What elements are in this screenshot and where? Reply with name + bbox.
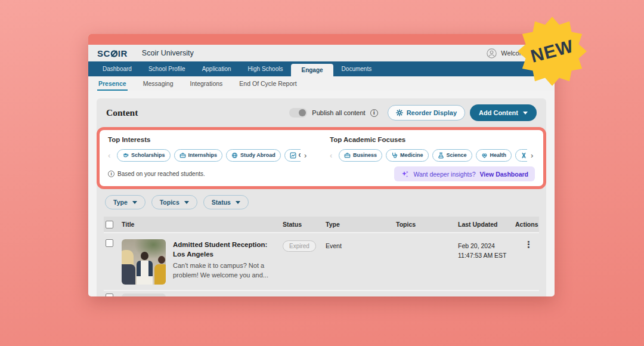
row-last-updated: Feb 20, 2024 11:47:53 AM EST: [458, 239, 515, 261]
focus-chip-scroller: BusinessMedicineScienceHealthBiology: [339, 148, 527, 162]
scoir-logo: SC IR: [97, 48, 128, 58]
chip-business[interactable]: Business: [339, 149, 382, 162]
briefcase-icon: [179, 152, 186, 159]
heart-pulse-icon: [481, 152, 488, 159]
insights-footnote: i Based on your reached students.: [108, 171, 205, 177]
chip-health[interactable]: Health: [476, 149, 512, 162]
row-type: Event: [326, 239, 396, 249]
add-content-button[interactable]: Add Content: [470, 104, 537, 121]
table-row-partial: [104, 291, 539, 296]
top-interests-section: Top Interests ‹ ScholarshipsInternshipsS…: [100, 135, 321, 162]
subnav-tab-end-of-cycle-report[interactable]: End Of Cycle Report: [239, 76, 296, 91]
dna-icon: [521, 152, 527, 159]
interest-chip-scroller: ScholarshipsInternshipsStudy AbroadCaree…: [117, 148, 301, 162]
select-all-checkbox[interactable]: [106, 221, 113, 228]
footnote-text: Based on your reached students.: [117, 171, 205, 177]
row-thumbnail: [122, 239, 166, 285]
column-header-title: Title: [122, 221, 283, 228]
nav-tab-application[interactable]: Application: [194, 61, 240, 76]
logo-text-prefix: SC: [97, 48, 110, 58]
avatar-icon: [487, 48, 497, 58]
new-badge: NEW: [516, 16, 588, 87]
row-actions-menu[interactable]: ⋮: [524, 239, 533, 249]
nav-tab-engage[interactable]: Engage: [291, 64, 333, 76]
caret-down-icon: [184, 201, 189, 204]
gear-icon: [396, 109, 403, 116]
chip-study-abroad[interactable]: Study Abroad: [226, 149, 281, 162]
caret-down-icon: [236, 201, 240, 204]
publish-all-toggle[interactable]: [289, 108, 307, 118]
row-topics: [396, 239, 458, 242]
nav-tab-school-profile[interactable]: School Profile: [140, 61, 194, 76]
secondary-nav: PresenceMessagingIntegrationsEnd Of Cycl…: [88, 76, 555, 91]
scroll-right-icon[interactable]: ›: [304, 152, 309, 159]
logo-text-suffix: IR: [118, 48, 128, 58]
school-name: Scoir University: [142, 49, 194, 57]
info-icon: i: [108, 171, 114, 177]
table-row: Admitted Student Reception: Los Angeles …: [104, 233, 539, 291]
column-header-actions: Actions: [515, 221, 539, 228]
briefcase-icon: [344, 152, 351, 159]
page-title: Content: [106, 107, 138, 118]
publish-toggle-label: Publish all content: [312, 109, 365, 116]
row-date: Feb 20, 2024: [458, 241, 515, 251]
row-checkbox[interactable]: [106, 294, 113, 296]
globe-icon: [231, 152, 238, 159]
content-header: Content Publish all content i: [97, 98, 546, 127]
chip-scholarships[interactable]: Scholarships: [117, 149, 171, 162]
table-header: TitleStatusTypeTopicsLast UpdatedActions: [104, 217, 539, 233]
main-area: Content Publish all content i: [88, 91, 555, 296]
row-description: Can't make it to campus? Not a problem! …: [173, 261, 280, 280]
stethoscope-icon: [391, 152, 398, 159]
toggle-knob: [299, 109, 306, 116]
app-bar: SC IR Scoir University Welcome: [88, 45, 555, 61]
info-icon[interactable]: i: [370, 109, 378, 117]
thumbnail-figure: [122, 250, 135, 285]
subnav-tab-messaging[interactable]: Messaging: [143, 76, 174, 91]
status-badge: Expired: [283, 240, 316, 252]
scroll-right-icon[interactable]: ›: [531, 152, 536, 159]
row-checkbox[interactable]: [106, 239, 113, 247]
filter-status[interactable]: Status: [203, 195, 249, 209]
insights-highlight-box: Top Interests ‹ ScholarshipsInternshipsS…: [97, 127, 546, 189]
view-dashboard-link[interactable]: View Dashboard: [480, 171, 529, 178]
column-header-topics: Topics: [396, 221, 458, 228]
top-academic-focuses-section: Top Academic Focuses ‹ BusinessMedicineS…: [321, 135, 543, 162]
sparkle-icon: [401, 170, 409, 178]
chip-science[interactable]: Science: [432, 149, 472, 162]
caret-down-icon: [523, 112, 528, 115]
app-window: SC IR Scoir University Welcome Dashboa: [88, 34, 555, 296]
scroll-left-icon[interactable]: ‹: [108, 152, 113, 159]
chip-medicine[interactable]: Medicine: [386, 149, 429, 162]
row-title[interactable]: Admitted Student Reception: Los Angeles: [173, 240, 275, 259]
add-content-label: Add Content: [479, 109, 518, 116]
subnav-tab-integrations[interactable]: Integrations: [190, 76, 222, 91]
line-chart-icon: [290, 152, 296, 159]
top-interests-title: Top Interests: [108, 136, 313, 143]
column-header-last-updated: Last Updated: [458, 221, 515, 228]
filter-topics[interactable]: Topics: [151, 195, 197, 209]
flask-icon: [438, 152, 444, 159]
row-time: 11:47:53 AM EST: [458, 251, 515, 260]
cta-question: Want deeper insights?: [413, 171, 475, 178]
row-thumbnail: [122, 294, 166, 296]
page-background: SC IR Scoir University Welcome Dashboa: [0, 0, 644, 346]
chip-internships[interactable]: Internships: [174, 149, 223, 162]
subnav-tab-presence[interactable]: Presence: [98, 76, 126, 91]
window-top-strip: [88, 34, 555, 45]
caret-down-icon: [132, 201, 137, 204]
view-dashboard-cta[interactable]: Want deeper insights? View Dashboard: [394, 166, 535, 181]
nav-tab-dashboard[interactable]: Dashboard: [94, 61, 140, 76]
scholarship-icon: [122, 152, 129, 159]
content-card: Content Publish all content i: [97, 98, 546, 296]
filter-bar: TypeTopicsStatus: [97, 195, 546, 209]
thumbnail-figure: [154, 256, 166, 285]
nav-tab-high-schools[interactable]: High Schools: [240, 61, 292, 76]
filter-type[interactable]: Type: [105, 195, 145, 209]
nav-tab-documents[interactable]: Documents: [333, 61, 380, 76]
chip-biology[interactable]: Biology: [515, 149, 527, 162]
reorder-display-label: Reorder Display: [407, 109, 457, 116]
scroll-left-icon[interactable]: ‹: [330, 152, 335, 159]
chip-career-develop[interactable]: Career Develop: [284, 149, 301, 162]
reorder-display-button[interactable]: Reorder Display: [388, 105, 465, 121]
